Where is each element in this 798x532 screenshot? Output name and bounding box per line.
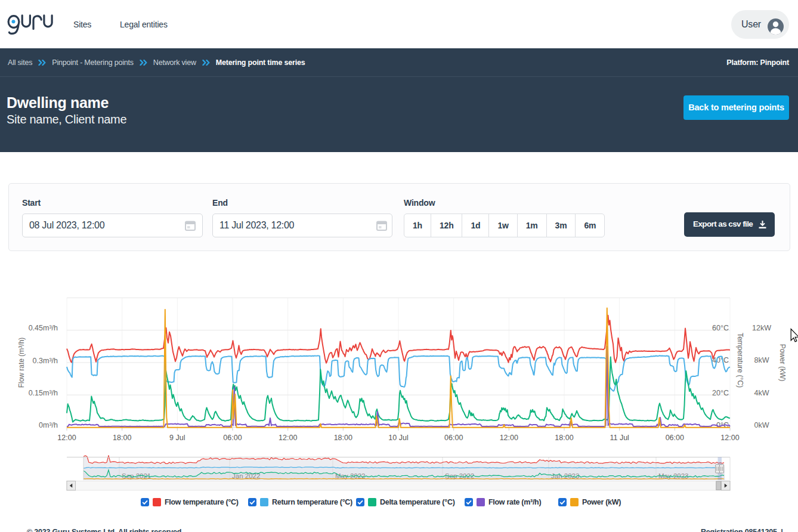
svg-text:4kW: 4kW (754, 389, 769, 397)
svg-text:12:00: 12:00 (57, 434, 76, 442)
svg-text:Power (kW): Power (kW) (778, 344, 787, 382)
svg-text:0.3m³/h: 0.3m³/h (33, 357, 58, 365)
svg-text:12:00: 12:00 (720, 434, 739, 442)
svg-text:Temperature (°C): Temperature (°C) (736, 333, 744, 388)
svg-text:20°C: 20°C (712, 389, 729, 397)
svg-text:0.15m³/h: 0.15m³/h (29, 389, 58, 397)
svg-text:18:00: 18:00 (555, 434, 573, 442)
svg-text:18:00: 18:00 (113, 434, 131, 442)
svg-text:06:00: 06:00 (444, 434, 463, 442)
svg-text:0.45m³/h: 0.45m³/h (29, 324, 58, 332)
svg-text:11 Jul: 11 Jul (610, 434, 629, 442)
svg-text:9 Jul: 9 Jul (169, 434, 185, 442)
svg-text:12:00: 12:00 (500, 434, 518, 442)
svg-text:60°C: 60°C (712, 324, 729, 332)
svg-text:0m³/h: 0m³/h (39, 421, 58, 429)
svg-text:Flow rate (m³/h): Flow rate (m³/h) (17, 338, 26, 388)
svg-text:40°C: 40°C (712, 356, 729, 364)
svg-text:18:00: 18:00 (334, 434, 352, 442)
svg-text:12kW: 12kW (752, 324, 771, 332)
svg-text:8kW: 8kW (754, 356, 769, 364)
svg-text:12:00: 12:00 (279, 434, 297, 442)
svg-text:0kW: 0kW (754, 421, 769, 429)
svg-text:10 Jul: 10 Jul (388, 434, 408, 442)
svg-text:06:00: 06:00 (666, 434, 684, 442)
svg-text:06:00: 06:00 (223, 434, 242, 442)
